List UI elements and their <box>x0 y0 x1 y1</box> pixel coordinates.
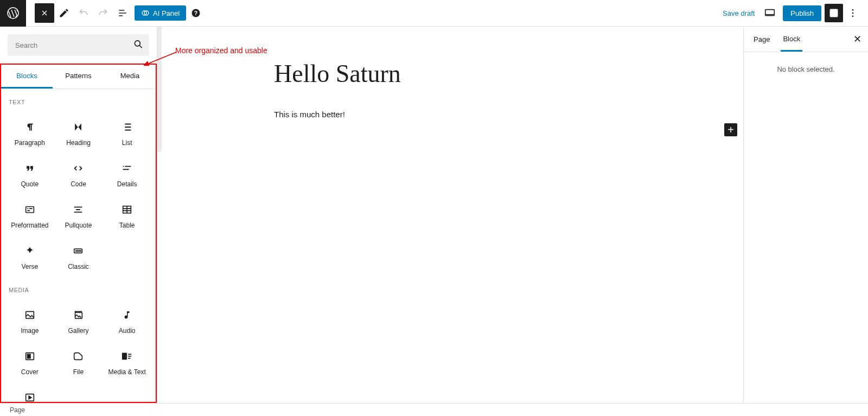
block-list[interactable]: List <box>103 112 151 153</box>
block-image[interactable]: Image <box>5 300 54 341</box>
block-table[interactable]: Table <box>103 194 151 236</box>
block-inserter-panel: Blocks Patterns Media TEXT Paragraph Hea… <box>0 27 157 403</box>
svg-point-7 <box>852 9 854 11</box>
search-input[interactable] <box>8 34 149 56</box>
block-quote[interactable]: Quote <box>5 153 54 194</box>
close-sidebar-icon[interactable]: ✕ <box>850 30 865 48</box>
gallery-icon <box>72 308 85 322</box>
help-icon[interactable]: ? <box>186 3 206 23</box>
svg-point-9 <box>852 16 854 17</box>
svg-rect-21 <box>27 354 30 358</box>
block-pullquote[interactable]: Pullquote <box>54 194 103 236</box>
details-icon <box>120 162 133 175</box>
post-paragraph[interactable]: This is much better! <box>274 110 627 119</box>
section-label-media: MEDIA <box>5 277 151 300</box>
audio-icon <box>120 308 133 322</box>
svg-point-10 <box>135 41 140 46</box>
code-icon <box>72 162 85 175</box>
cover-icon <box>23 350 36 363</box>
svg-rect-6 <box>830 9 837 16</box>
block-code[interactable]: Code <box>54 153 103 194</box>
document-overview-icon[interactable] <box>113 3 132 23</box>
verse-icon <box>23 244 36 257</box>
block-verse[interactable]: Verse <box>5 236 54 277</box>
block-heading[interactable]: Heading <box>54 112 103 153</box>
wordpress-logo[interactable] <box>0 0 26 27</box>
edit-tool-icon[interactable] <box>54 3 74 23</box>
section-label-text: TEXT <box>5 89 151 112</box>
svg-point-15 <box>78 250 78 251</box>
block-classic[interactable]: Classic <box>54 236 103 277</box>
media-text-icon <box>120 350 133 363</box>
editor-topbar: AI Panel ? Save draft Publish <box>0 0 868 27</box>
sidebar-tab-block[interactable]: Block <box>781 27 802 52</box>
ai-panel-button[interactable]: AI Panel <box>135 5 186 21</box>
svg-point-16 <box>79 250 80 251</box>
save-draft-button[interactable]: Save draft <box>717 9 760 17</box>
close-inserter-button[interactable] <box>35 3 54 23</box>
no-block-selected-message: No block selected. <box>744 52 868 86</box>
video-icon <box>23 391 36 402</box>
block-audio[interactable]: Audio <box>103 300 151 341</box>
block-gallery[interactable]: Gallery <box>54 300 103 341</box>
add-block-button[interactable]: + <box>724 123 737 136</box>
ai-panel-label: AI Panel <box>153 9 180 17</box>
preview-icon[interactable] <box>760 3 780 23</box>
post-title[interactable]: Hello Saturn <box>274 59 627 88</box>
svg-point-17 <box>80 250 81 251</box>
svg-point-14 <box>76 250 76 251</box>
block-file[interactable]: File <box>54 341 103 382</box>
undo-icon[interactable] <box>74 3 93 23</box>
block-video[interactable]: Video <box>5 382 54 402</box>
pullquote-icon <box>72 203 85 216</box>
preformatted-icon <box>23 203 36 216</box>
options-menu-icon[interactable] <box>843 3 863 23</box>
breadcrumb: Page <box>0 403 868 416</box>
file-icon <box>72 350 85 363</box>
block-cover[interactable]: Cover <box>5 341 54 382</box>
block-preformatted[interactable]: Preformatted <box>5 194 54 236</box>
settings-sidebar: Page Block ✕ No block selected. <box>743 27 868 403</box>
paragraph-icon <box>23 121 36 134</box>
block-details[interactable]: Details <box>103 153 151 194</box>
editor-canvas[interactable]: Hello Saturn This is much better! + <box>157 27 743 403</box>
inserter-tabs: Blocks Patterns Media <box>1 65 156 89</box>
svg-text:?: ? <box>194 10 197 16</box>
list-icon <box>120 121 133 134</box>
heading-icon <box>72 121 85 134</box>
redo-icon[interactable] <box>93 3 113 23</box>
search-icon <box>133 39 144 52</box>
tab-patterns[interactable]: Patterns <box>53 65 104 89</box>
search-wrap <box>0 27 157 64</box>
publish-button[interactable]: Publish <box>783 5 821 21</box>
quote-icon <box>23 162 36 175</box>
table-icon <box>120 203 133 216</box>
block-paragraph[interactable]: Paragraph <box>5 112 54 153</box>
image-icon <box>23 308 36 322</box>
settings-sidebar-toggle[interactable] <box>825 4 843 22</box>
svg-point-8 <box>852 12 854 14</box>
annotation-text: More organized and usable <box>175 46 267 55</box>
classic-icon <box>72 244 85 257</box>
svg-rect-11 <box>25 207 34 213</box>
sidebar-tab-page[interactable]: Page <box>751 28 772 51</box>
tab-blocks[interactable]: Blocks <box>1 65 53 89</box>
tab-media[interactable]: Media <box>104 65 156 89</box>
svg-rect-22 <box>123 354 126 360</box>
block-media-text[interactable]: Media & Text <box>103 341 151 382</box>
